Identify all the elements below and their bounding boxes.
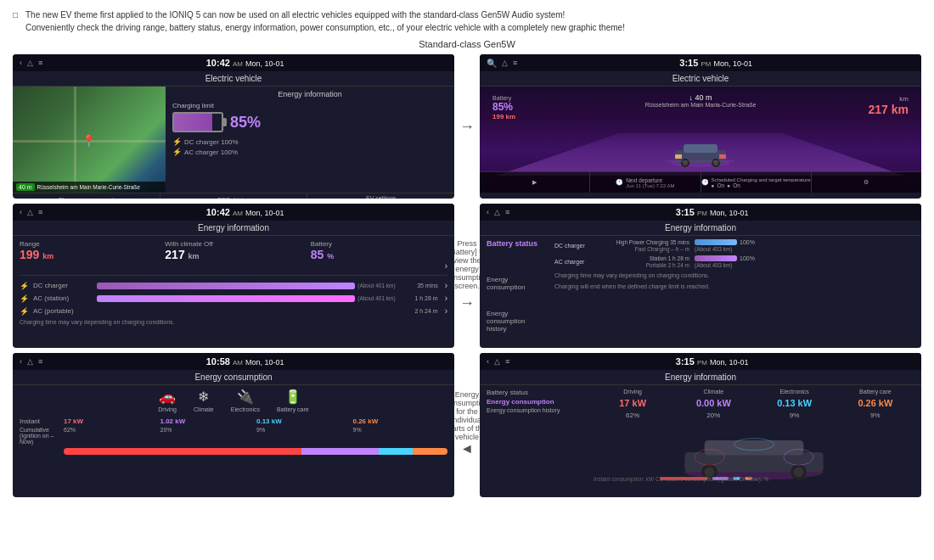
eco-driving-section[interactable]: ECO driving CO₂ ↑1.1 kg [160,193,308,199]
screen1-title: Electric vehicle [13,71,454,87]
s2-gear-icon[interactable]: ⚙ [864,179,869,186]
screen3-body: Range 199 km With climate Off 217 km [13,236,454,342]
screen6-body: Battery status Energy consumption Energy… [480,385,921,491]
on-dots: ●On ●On [712,182,740,188]
ev-settings-section[interactable]: EV settings ⚙ [307,193,454,199]
charge-mgmt-section[interactable]: Charge management ● On [13,193,160,199]
screen4-body: Battery status Energy consumption Energy… [480,236,921,342]
screen2-header: 🔍 △ ≡ 3:15 PM Mon, 10-01 [480,54,921,71]
ac-portable-lightning-icon: ⚡ [20,307,29,316]
cumulative-label: Cumulative (Ignition on – Now) [20,427,62,445]
s6-back-icon[interactable]: ‹ [487,357,489,366]
screen5-body: 🚗 Driving ❄ Climate 🔌 Electronics 🔋 Batt… [13,385,454,491]
car-3d-container [667,137,734,167]
arrow-col-1: → [454,54,480,199]
consumption-data: Instant 17 kW 1.02 kW 0.13 kW 0.26 kW Cu… [20,417,447,455]
map-pin: 📍 [82,134,96,148]
s6-pct-values: 62% 20% 9% 9% [594,412,914,419]
dc-chevron-icon[interactable]: › [445,281,447,290]
battery-value: 85 % [311,248,447,261]
dc-charger-line: ⚡ DC charger 100% [172,137,447,146]
instant-label: Instant [20,417,62,425]
ac-portable-row: ⚡ AC (portable) 2 h 24 m › [20,306,447,316]
dc-hp-fill [695,239,737,245]
back-icon[interactable]: ‹ [20,59,22,67]
battery-percentage: 85% [230,114,261,132]
s4-note1: Charging time may vary depending on char… [554,272,914,280]
screen-5[interactable]: ‹ △ ≡ 10:58 AM Mon, 10-01 Energy consump… [13,353,454,497]
s3-back-icon[interactable]: ‹ [20,208,22,216]
charging-rows: ⚡ DC charger (About 401 km) 35 mins › [20,281,447,316]
s4-home-icon[interactable]: △ [494,208,500,216]
screen5-time: 10:58 AM Mon, 10-01 [206,356,284,367]
s6-e-kw: 0.13 kW [756,398,834,408]
dc-bar-group: (About 401 km) [97,283,396,289]
s2-menu-icon[interactable]: ≡ [513,59,517,67]
eco-driving-label: ECO driving [217,197,250,199]
ac-stat-row: Station 1 h 28 m 100% [605,255,914,261]
electronics-icon: 🔌 [237,389,254,405]
range-km-right: 217 km [869,103,909,116]
home-icon[interactable]: △ [27,59,33,67]
s2-sched-charging-item[interactable]: 🕑 Scheduled Charging and target temperat… [701,172,812,193]
s5-home-icon[interactable]: △ [27,357,33,366]
car-svg [667,137,734,167]
consumption-icons: 🚗 Driving ❄ Climate 🔌 Electronics 🔋 Batt… [20,389,447,412]
s4-menu-icon[interactable]: ≡ [505,208,509,216]
s3-home-icon[interactable]: △ [27,208,33,216]
s6-menu-icon[interactable]: ≡ [505,357,509,366]
screen4-charger-data: DC charger High Power Charging 35 mins 1… [554,239,914,333]
svg-rect-7 [675,154,682,159]
screen4-time: 3:15 PM Mon, 10-01 [676,207,749,217]
cum-battery-pct: 9% [353,427,448,445]
dc-fast-row: Fast Charging – h – m (About 403 km) [605,246,914,252]
s2-home-icon[interactable]: △ [502,59,508,67]
screen5-nav-left: ‹ △ ≡ [20,357,42,366]
screen2-time: 3:15 PM Mon, 10-01 [679,58,752,68]
s2-gear-item[interactable]: ⚙ [812,172,921,193]
menu-icon[interactable]: ≡ [38,59,42,67]
s2-play-item: ▶ [480,172,590,193]
play-icon[interactable]: ▶ [532,179,537,186]
screen-4[interactable]: ‹ △ ≡ 3:15 PM Mon, 10-01 Energy informat… [480,204,921,348]
screen5-header: ‹ △ ≡ 10:58 AM Mon, 10-01 [13,353,454,370]
screen3-title: Energy information [13,221,454,236]
screen6-time: 3:15 PM Mon, 10-01 [676,356,749,367]
intro-text: The new EV theme first applied to the IO… [13,8,921,34]
instant-battery: 0.26 kW [353,417,448,425]
instant-electronics: 0.13 kW [256,417,352,425]
s6-home-icon[interactable]: △ [494,357,500,366]
s6-c-pct: 20% [674,412,752,419]
s3-menu-icon[interactable]: ≡ [38,208,42,216]
cum-driving-pct: 62% [64,427,159,445]
s6-d-pct: 62% [594,412,672,419]
s2-search-icon[interactable]: 🔍 [487,59,497,68]
screen6-title: Energy information [480,370,921,385]
screen-1[interactable]: ‹ △ ≡ 10:42 AM Mon, 10-01 Electric vehic… [13,54,454,199]
chevron-right-icon[interactable]: › [445,261,447,271]
screen-6[interactable]: ‹ △ ≡ 3:15 PM Mon, 10-01 Energy informat… [480,353,921,497]
s6-c-kw: 0.00 kW [674,398,752,408]
s5-menu-icon[interactable]: ≡ [38,357,42,366]
screen1-time: 10:42 AM Mon, 10-01 [206,58,284,68]
screen6-nav-left: ‹ △ ≡ [487,357,509,366]
sched-clock-icon: 🕑 [701,179,709,186]
s6-kw-values: 17 kW 0.00 kW 0.13 kW 0.26 kW [594,398,914,408]
climate-label: Climate [194,406,214,412]
cum-bar-electronics [379,448,414,455]
s5-back-icon[interactable]: ‹ [20,357,22,366]
screen-3[interactable]: ‹ △ ≡ 10:42 AM Mon, 10-01 Energy informa… [13,204,454,348]
screen3-time: 10:42 AM Mon, 10-01 [206,207,284,217]
energy-info-label: Energy information [172,90,447,98]
ac-portable-chevron-icon[interactable]: › [445,306,447,316]
s6-b-pct: 9% [836,412,914,419]
s2-next-dep-item[interactable]: 🕐 Next departure Jun 11 (Tue) 7:22 AM [590,172,700,193]
s4-back-icon[interactable]: ‹ [487,208,489,216]
ac-station-chevron-icon[interactable]: › [445,294,447,303]
screen4-header: ‹ △ ≡ 3:15 PM Mon, 10-01 [480,204,921,221]
screen-2[interactable]: 🔍 △ ≡ 3:15 PM Mon, 10-01 Electric vehicl… [480,54,921,199]
s6-e-pct: 9% [756,412,834,419]
ev-settings-label: EV settings [366,195,396,199]
screens-grid: ‹ △ ≡ 10:42 AM Mon, 10-01 Electric vehic… [13,54,921,497]
sched-text: Scheduled Charging and target temperatur… [712,177,811,188]
